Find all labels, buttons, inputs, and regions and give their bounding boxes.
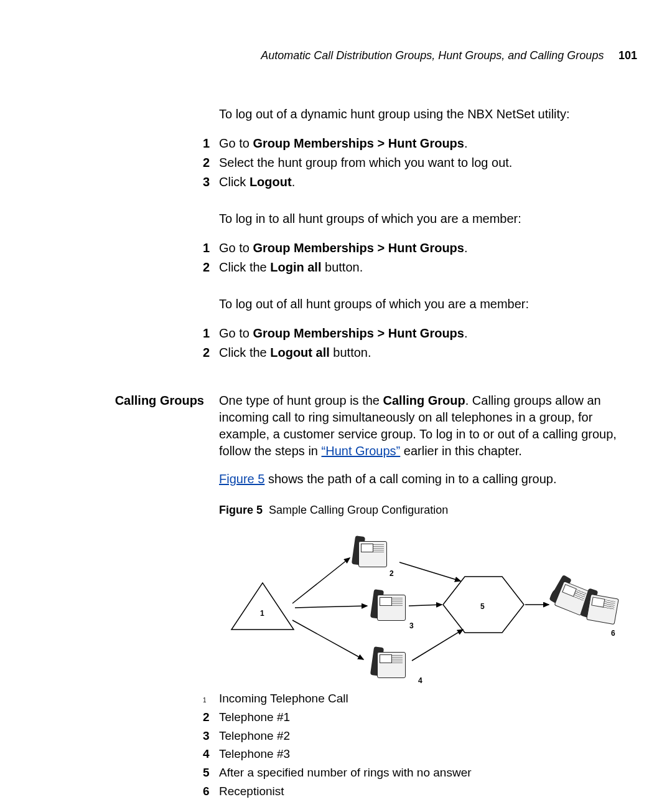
step-text: Click the Login all button. xyxy=(219,259,637,276)
step-number: 1 xyxy=(203,135,219,152)
diagram-label-2: 2 xyxy=(390,569,394,578)
step-text: Click Logout. xyxy=(219,174,637,191)
step-item: 1 Go to Group Memberships > Hunt Groups. xyxy=(203,325,637,342)
section-login-all: To log in to all hunt groups of which yo… xyxy=(35,210,637,232)
legend-text: Receptionist xyxy=(219,783,284,800)
legend-number: 2 xyxy=(203,709,219,725)
legend-text: Incoming Telephone Call xyxy=(219,691,348,707)
figure-label: Figure 5 xyxy=(219,504,263,516)
step-number: 3 xyxy=(203,174,219,191)
phone-icon xyxy=(373,591,406,621)
legend-text: Telephone #2 xyxy=(219,728,290,744)
side-heading: Calling Groups xyxy=(115,394,204,407)
phone-icon xyxy=(582,590,620,625)
step-number: 1 xyxy=(203,325,219,342)
legend-item: 6 Receptionist xyxy=(203,783,637,800)
svg-line-7 xyxy=(412,630,463,661)
page: Automatic Call Distribution Groups, Hunt… xyxy=(0,0,672,807)
calling-groups-para1: One type of hunt group is the Calling Gr… xyxy=(219,392,637,460)
step-text: Go to Group Memberships > Hunt Groups. xyxy=(219,135,637,152)
diagram-label-1: 1 xyxy=(260,608,264,618)
diagram-label-6: 6 xyxy=(611,628,615,638)
step-item: 2 Click the Login all button. xyxy=(203,259,637,276)
step-item: 3 Click Logout. xyxy=(203,174,637,191)
legend-number: 1 xyxy=(203,692,219,705)
step-number: 1 xyxy=(203,240,219,257)
intro-text: To log in to all hunt groups of which yo… xyxy=(219,210,637,227)
step-item: 1 Go to Group Memberships > Hunt Groups. xyxy=(203,135,637,152)
step-number: 2 xyxy=(203,344,219,361)
step-item: 2 Select the hunt group from which you w… xyxy=(203,154,637,171)
figure-legend: 1 Incoming Telephone Call 2 Telephone #1… xyxy=(203,691,637,799)
svg-line-4 xyxy=(292,620,363,659)
phone-icon xyxy=(355,537,387,567)
calling-groups-section: Calling Groups One type of hunt group is… xyxy=(35,392,637,801)
legend-text: Telephone #3 xyxy=(219,746,290,762)
page-number: 101 xyxy=(618,49,637,62)
section-logout-all: To log out of all hunt groups of which y… xyxy=(35,296,637,318)
intro-text: To log out of a dynamic hunt group using… xyxy=(219,106,637,123)
svg-line-5 xyxy=(399,562,460,581)
legend-item: 2 Telephone #1 xyxy=(203,709,637,725)
diagram-label-3: 3 xyxy=(409,621,414,631)
legend-number: 4 xyxy=(203,746,219,762)
svg-marker-0 xyxy=(231,583,294,630)
hunt-groups-link[interactable]: “Hunt Groups” xyxy=(322,444,401,458)
legend-item: 4 Telephone #3 xyxy=(203,746,637,762)
step-text: Go to Group Memberships > Hunt Groups. xyxy=(219,240,637,257)
step-item: 2 Click the Logout all button. xyxy=(203,344,637,361)
section-logout-dynamic: To log out of a dynamic hunt group using… xyxy=(35,106,637,128)
running-header: Automatic Call Distribution Groups, Hunt… xyxy=(35,47,637,64)
figure-caption: Figure 5Sample Calling Group Configurati… xyxy=(219,503,637,517)
figure-caption-text: Sample Calling Group Configuration xyxy=(269,504,448,516)
legend-item: 1 Incoming Telephone Call xyxy=(203,691,637,707)
intro-text: To log out of all hunt groups of which y… xyxy=(219,296,637,313)
legend-item: 3 Telephone #2 xyxy=(203,728,637,744)
step-text: Click the Logout all button. xyxy=(219,344,637,361)
legend-item: 5 After a specified number of rings with… xyxy=(203,765,637,781)
phone-icon xyxy=(373,648,406,678)
legend-text: Telephone #1 xyxy=(219,709,290,725)
step-text: Select the hunt group from which you wan… xyxy=(219,154,637,171)
diagram-label-4: 4 xyxy=(418,676,422,686)
legend-number: 6 xyxy=(203,783,219,800)
step-item: 1 Go to Group Memberships > Hunt Groups. xyxy=(203,240,637,257)
legend-text: After a specified number of rings with n… xyxy=(219,765,472,781)
svg-line-6 xyxy=(409,605,442,606)
figure-5-link[interactable]: Figure 5 xyxy=(219,472,264,486)
legend-number: 3 xyxy=(203,728,219,744)
step-number: 2 xyxy=(203,154,219,171)
svg-line-3 xyxy=(295,606,367,608)
figure-5-diagram: 1 2 3 4 5 6 xyxy=(219,524,623,686)
section1-steps: 1 Go to Group Memberships > Hunt Groups.… xyxy=(35,133,637,205)
calling-groups-para2: Figure 5 shows the path of a call coming… xyxy=(219,471,637,488)
diagram-label-5: 5 xyxy=(480,602,485,611)
section3-steps: 1 Go to Group Memberships > Hunt Groups.… xyxy=(35,323,637,376)
step-number: 2 xyxy=(203,259,219,276)
legend-number: 5 xyxy=(203,765,219,781)
svg-line-2 xyxy=(292,558,350,603)
running-title: Automatic Call Distribution Groups, Hunt… xyxy=(261,49,604,62)
section2-steps: 1 Go to Group Memberships > Hunt Groups.… xyxy=(35,237,637,291)
step-text: Go to Group Memberships > Hunt Groups. xyxy=(219,325,637,342)
